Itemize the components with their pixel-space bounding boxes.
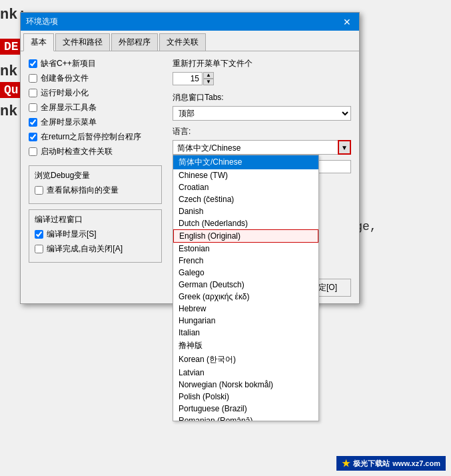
tab-file-associations[interactable]: 文件关联: [159, 33, 206, 51]
lang-option-6[interactable]: English (Original): [173, 229, 318, 243]
lang-option-16[interactable]: Korean (한국어): [173, 353, 318, 367]
debug-section: 浏览Debug变量 查看鼠标指向的变量: [29, 165, 162, 204]
lang-label: 语言:: [173, 126, 351, 137]
checkbox-compile-show-label: 编译时显示[S]: [47, 229, 97, 240]
lang-option-17[interactable]: Latvian: [173, 367, 318, 379]
lang-option-0[interactable]: 简体中文/Chinese: [173, 155, 318, 169]
right-panel: 重新打开菜单下文件个 ▲ ▼ 消息窗口Tabs: 顶部 底部 左侧 右侧 语言:…: [173, 58, 351, 268]
reopen-label: 重新打开菜单下文件个: [173, 58, 351, 69]
checkbox-debug-var[interactable]: [35, 186, 43, 195]
checkbox-row-cpp: 缺省C++新项目: [29, 58, 162, 69]
checkbox-menu-label: 全屏时显示菜单: [41, 117, 97, 128]
watermark-url: www.xz7.com: [392, 459, 440, 467]
tab-files-paths[interactable]: 文件和路径: [55, 33, 110, 51]
checkbox-compile-close[interactable]: [35, 245, 43, 253]
dialog-titlebar: 环境选项 ✕: [21, 13, 359, 31]
lang-select-row: 简体中文/Chinese ▼ 简体中文/Chinese Chinese (TW)…: [173, 140, 351, 155]
lang-option-4[interactable]: Danish: [173, 205, 318, 217]
reopen-spin-row: ▲ ▼: [173, 72, 351, 85]
lang-option-2[interactable]: Croatian: [173, 181, 318, 193]
reopen-spin-up[interactable]: ▲: [203, 72, 214, 79]
checkbox-row-pause: 在return之后暂停控制台程序: [29, 131, 162, 143]
checkbox-minimize-label: 运行时最小化: [41, 87, 89, 99]
lang-option-11[interactable]: Greek (αρχικής έκδ): [173, 291, 318, 303]
lang-selected-display: 简体中文/Chinese: [173, 140, 338, 155]
checkbox-pause-label: 在return之后暂停控制台程序: [41, 131, 141, 143]
left-panel: 缺省C++新项目 创建备份文件 运行时最小化 全屏显示工具条 全屏时显示菜单 在…: [29, 58, 162, 268]
lang-dropdown-list: 简体中文/Chinese Chinese (TW) Croatian Czech…: [173, 155, 319, 421]
checkbox-compile-close-label: 编译完成,自动关闭[A]: [47, 243, 123, 255]
compile-section: 编译过程窗口 编译时显示[S] 编译完成,自动关闭[A]: [29, 209, 162, 263]
checkbox-fileassoc-label: 启动时检查文件关联: [41, 146, 113, 157]
checkbox-row-backup: 创建备份文件: [29, 73, 162, 84]
lang-option-21[interactable]: Romanian (Română): [173, 415, 318, 421]
msg-tabs-select[interactable]: 顶部 底部 左侧 右侧: [173, 106, 351, 121]
checkbox-toolbar[interactable]: [29, 103, 37, 112]
watermark-text: 极光下载站: [353, 459, 390, 469]
checkbox-backup-label: 创建备份文件: [41, 73, 89, 84]
compile-section-title: 编译过程窗口: [35, 214, 156, 225]
dialog-content: 缺省C++新项目 创建备份文件 运行时最小化 全屏显示工具条 全屏时显示菜单 在…: [21, 51, 359, 275]
environment-dialog: 环境选项 ✕ 基本 文件和路径 外部程序 文件关联 缺省C++新项目 创建备份文…: [20, 12, 360, 304]
checkbox-row-minimize: 运行时最小化: [29, 87, 162, 99]
checkbox-pause[interactable]: [29, 133, 37, 141]
lang-option-9[interactable]: Galego: [173, 267, 318, 279]
lang-option-5[interactable]: Dutch (Nederlands): [173, 217, 318, 229]
checkbox-minimize[interactable]: [29, 89, 37, 97]
lang-option-19[interactable]: Polish (Polski): [173, 391, 318, 403]
checkbox-backup[interactable]: [29, 74, 37, 83]
dialog-tabs: 基本 文件和路径 外部程序 文件关联: [21, 31, 359, 51]
reopen-spin-btns: ▲ ▼: [203, 72, 214, 85]
lang-option-12[interactable]: Hebrew: [173, 303, 318, 315]
tab-external-programs[interactable]: 外部程序: [111, 33, 158, 51]
lang-option-20[interactable]: Portuguese (Brazil): [173, 403, 318, 415]
lang-option-15[interactable]: 撸神版: [173, 339, 318, 353]
checkbox-row-compile-show: 编译时显示[S]: [35, 229, 156, 240]
checkbox-menu[interactable]: [29, 118, 37, 127]
checkbox-cpp-label: 缺省C++新项目: [41, 58, 96, 69]
lang-option-18[interactable]: Norwegian (Norsk bokmål): [173, 379, 318, 391]
lang-option-14[interactable]: Italian: [173, 327, 318, 339]
lang-dropdown-button[interactable]: ▼: [338, 140, 351, 155]
checkbox-row-toolbar: 全屏显示工具条: [29, 102, 162, 113]
lang-option-10[interactable]: German (Deutsch): [173, 279, 318, 291]
msg-tabs-label: 消息窗口Tabs:: [173, 92, 351, 103]
watermark: ★ 极光下载站 www.xz7.com: [336, 456, 446, 471]
reopen-input[interactable]: [173, 72, 203, 85]
checkbox-row-menu: 全屏时显示菜单: [29, 117, 162, 128]
dialog-title: 环境选项: [26, 16, 58, 27]
debug-section-title: 浏览Debug变量: [35, 170, 156, 181]
lang-option-1[interactable]: Chinese (TW): [173, 169, 318, 181]
checkbox-row-compile-close: 编译完成,自动关闭[A]: [35, 243, 156, 255]
lang-option-3[interactable]: Czech (čeština): [173, 193, 318, 205]
dialog-close-button[interactable]: ✕: [340, 17, 354, 27]
lang-option-7[interactable]: Estonian: [173, 243, 318, 255]
checkbox-debug-var-label: 查看鼠标指向的变量: [47, 185, 119, 196]
reopen-spin-down[interactable]: ▼: [203, 79, 214, 85]
tab-basic[interactable]: 基本: [23, 33, 54, 51]
checkbox-toolbar-label: 全屏显示工具条: [41, 102, 97, 113]
checkbox-cpp[interactable]: [29, 59, 37, 68]
checkbox-fileassoc[interactable]: [29, 147, 37, 156]
lang-option-8[interactable]: French: [173, 255, 318, 267]
lang-option-13[interactable]: Hungarian: [173, 315, 318, 327]
checkbox-compile-show[interactable]: [35, 230, 43, 239]
checkbox-row-fileassoc: 启动时检查文件关联: [29, 146, 162, 157]
watermark-star: ★: [342, 458, 350, 469]
checkbox-row-debug-var: 查看鼠标指向的变量: [35, 185, 156, 196]
